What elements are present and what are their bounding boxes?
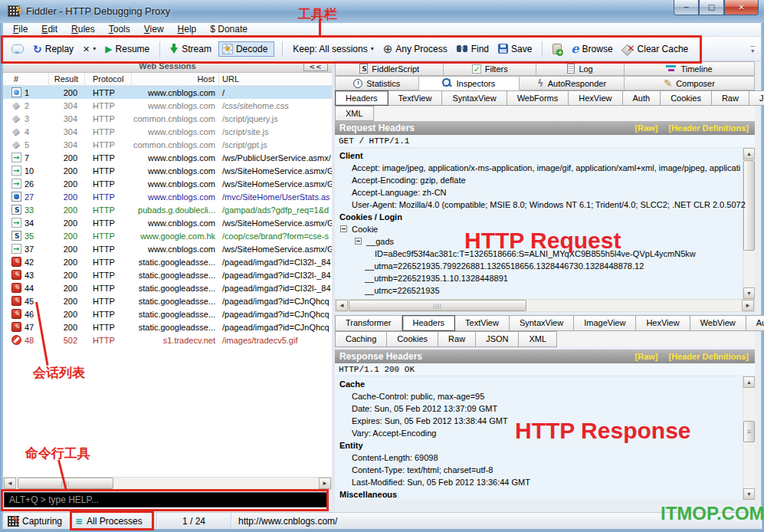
menu-item-rules[interactable]: Rules <box>64 23 102 36</box>
column-header-host[interactable]: Host <box>132 73 219 85</box>
session-row[interactable]: 2 304 HTTP www.cnblogs.com /css/sitehome… <box>3 99 332 112</box>
response-header-definitions-link[interactable]: [Header Definitions] <box>668 352 749 361</box>
tab-filters[interactable]: Filters <box>444 61 536 76</box>
collapse-panel-button[interactable]: << <box>303 62 328 71</box>
remove-sessions-button[interactable]: ▾ <box>80 42 98 56</box>
scroll-left-arrow[interactable]: ◄ <box>4 478 16 489</box>
browse-button[interactable]: Browse <box>569 40 615 57</box>
session-row[interactable]: 45 200 HTTP static.googleadsse... /pagea… <box>3 294 332 307</box>
response-tab-auth[interactable]: Auth <box>746 315 764 331</box>
session-row[interactable]: 43 200 HTTP static.googleadsse... /pagea… <box>3 268 332 281</box>
session-row[interactable]: 34 200 HTTP www.cnblogs.com /ws/SiteHome… <box>3 216 332 229</box>
response-raw-link[interactable]: [Raw] <box>635 352 658 361</box>
response-tab-headers[interactable]: Headers <box>402 315 456 331</box>
session-row[interactable]: 42 200 HTTP static.googleadsse... /pagea… <box>3 255 332 268</box>
menu-item-help[interactable]: Help <box>171 23 204 36</box>
menu-item-view[interactable]: View <box>137 23 171 36</box>
any-process-button[interactable]: Any Process <box>381 41 450 57</box>
save-button[interactable]: Save <box>496 42 534 56</box>
request-tab-syntaxview[interactable]: SyntaxView <box>442 90 507 106</box>
response-tab-syntaxview[interactable]: SyntaxView <box>510 315 574 331</box>
request-tab-hexview[interactable]: HexView <box>569 90 622 106</box>
session-row[interactable]: 33 200 HTTP pubads.g.doublecli... /gampa… <box>3 203 332 216</box>
tab-composer[interactable]: Composer <box>625 76 755 90</box>
request-tab-cookies[interactable]: Cookies <box>661 90 712 106</box>
request-raw-link[interactable]: [Raw] <box>635 123 658 133</box>
request-tree-hscrollbar[interactable]: ◄ ► <box>335 299 755 312</box>
column-header-result[interactable]: Result <box>49 73 85 85</box>
session-row[interactable]: 35 200 HTTP www.google.com.hk /coop/cse/… <box>3 229 332 242</box>
resume-button[interactable]: Resume <box>103 42 152 56</box>
minimize-button[interactable]: ─ <box>674 0 699 15</box>
menu-item-tools[interactable]: Tools <box>102 23 137 36</box>
scroll-right-arrow[interactable]: ► <box>319 478 331 489</box>
response-tab-xml[interactable]: XML <box>519 331 557 347</box>
request-tab-webforms[interactable]: WebForms <box>507 90 569 106</box>
comment-button[interactable] <box>9 43 26 55</box>
find-button[interactable]: Find <box>454 42 491 56</box>
scrollbar-thumb[interactable] <box>18 478 113 489</box>
response-tab-raw[interactable]: Raw <box>438 331 476 347</box>
tree-collapse-icon[interactable] <box>355 238 362 245</box>
menu-item-edit[interactable]: Edit <box>34 23 64 36</box>
scroll-right-arrow[interactable]: ► <box>742 300 754 311</box>
session-number: 42 <box>25 258 34 267</box>
session-row[interactable]: 10 200 HTTP www.cnblogs.com /ws/SiteHome… <box>3 164 332 177</box>
session-row[interactable]: 37 200 HTTP www.cnblogs.com /ws/SiteHome… <box>3 242 332 255</box>
response-tab-cookies[interactable]: Cookies <box>387 331 438 347</box>
session-row[interactable]: 3 304 HTTP common.cnblogs.com /script/jq… <box>3 112 332 125</box>
menu-item-file[interactable]: File <box>6 23 34 36</box>
stream-button[interactable]: Stream <box>168 42 214 56</box>
capturing-indicator[interactable]: Capturing <box>3 513 70 529</box>
response-tab-transformer[interactable]: Transformer <box>335 315 402 331</box>
response-tab-caching[interactable]: Caching <box>335 331 387 347</box>
session-row[interactable]: 4 304 HTTP www.cnblogs.com /script/site.… <box>3 125 332 138</box>
request-tab-json[interactable]: JSON <box>749 90 764 106</box>
decode-toggle-button[interactable]: Decode <box>218 41 274 57</box>
request-tab-xml[interactable]: XML <box>335 106 374 121</box>
toolbar-overflow-icon[interactable]: ─▾ <box>750 44 755 54</box>
column-header-number[interactable]: # <box>3 73 49 85</box>
response-tab-hexview[interactable]: HexView <box>636 315 690 331</box>
request-tab-raw[interactable]: Raw <box>712 90 749 106</box>
session-row[interactable]: 44 200 HTTP static.googleadsse... /pagea… <box>3 281 332 294</box>
scroll-left-arrow[interactable]: ◄ <box>336 300 348 311</box>
response-tab-textview[interactable]: TextView <box>455 315 510 331</box>
tab-fiddlerscript[interactable]: FiddlerScript <box>335 61 444 76</box>
process-filter-selector[interactable]: ≡ All Processes <box>70 513 157 529</box>
tab-log[interactable]: Log <box>536 61 625 76</box>
tab-autoresponder[interactable]: AutoResponder <box>520 76 625 90</box>
screenshot-button[interactable] <box>550 42 564 56</box>
session-result: 200 <box>49 323 85 332</box>
maximize-button[interactable]: □ <box>699 0 724 15</box>
replay-button[interactable]: Replay <box>31 41 76 57</box>
session-row[interactable]: 48 502 HTTP s1.tradecv.net /images/trade… <box>3 333 332 346</box>
response-tab-json[interactable]: JSON <box>476 331 519 347</box>
session-row[interactable]: 46 200 HTTP static.googleadsse... /pagea… <box>3 307 332 320</box>
tab-statistics[interactable]: Statistics <box>335 76 419 90</box>
session-row[interactable]: 27 200 HTTP www.cnblogs.com /mvc/SiteHom… <box>3 190 332 203</box>
response-tab-webview[interactable]: WebView <box>690 315 746 331</box>
session-row[interactable]: 7 200 HTTP www.cnblogs.com /ws/PublicUse… <box>3 151 332 164</box>
response-tab-imageview[interactable]: ImageView <box>574 315 636 331</box>
column-header-url[interactable]: URL <box>219 73 332 85</box>
clear-cache-button[interactable]: Clear Cache <box>620 42 691 56</box>
request-tab-headers[interactable]: Headers <box>335 90 389 106</box>
session-row[interactable]: 26 200 HTTP www.cnblogs.com /ws/SiteHome… <box>3 177 332 190</box>
scrollbar-thumb[interactable] <box>349 300 526 311</box>
close-button[interactable]: ✕ <box>724 0 759 15</box>
menu-item-donate[interactable]: $ Donate <box>203 23 254 36</box>
session-row[interactable]: 47 200 HTTP static.googleadsse... /pagea… <box>3 320 332 333</box>
session-row[interactable]: 1 200 HTTP www.cnblogs.com / <box>3 86 332 99</box>
tab-timeline[interactable]: Timeline <box>625 61 755 76</box>
session-list-hscrollbar[interactable]: ◄ ► <box>3 477 332 490</box>
request-tab-textview[interactable]: TextView <box>389 90 443 106</box>
column-header-protocol[interactable]: Protocol <box>85 73 132 85</box>
tab-inspectors[interactable]: Inspectors <box>419 76 520 90</box>
tree-collapse-icon[interactable] <box>340 225 347 232</box>
session-row[interactable]: 5 304 HTTP common.cnblogs.com /script/gp… <box>3 138 332 151</box>
request-tab-auth[interactable]: Auth <box>623 90 661 106</box>
request-header-definitions-link[interactable]: [Header Definitions] <box>668 123 749 133</box>
keep-sessions-dropdown[interactable]: Keep: All sessions▾ <box>290 42 375 56</box>
quickexec-command-input[interactable]: ALT+Q > type HELP... <box>4 492 327 507</box>
